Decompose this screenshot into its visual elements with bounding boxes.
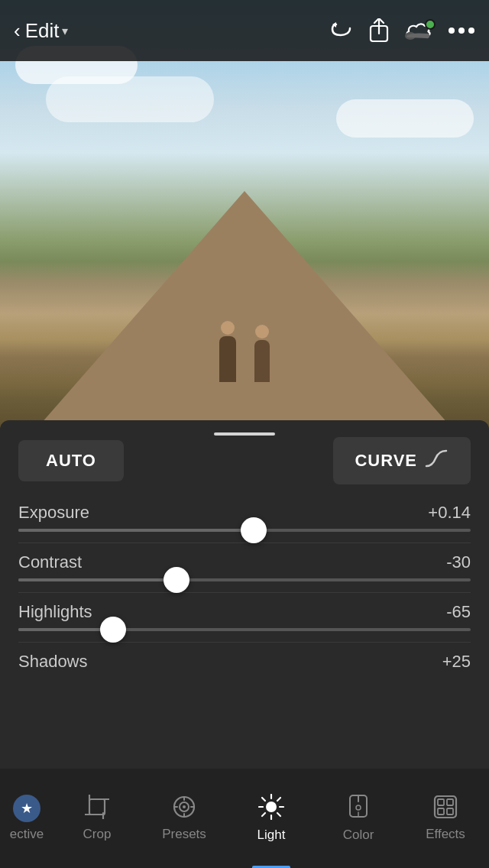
- star-icon: ★: [21, 800, 33, 817]
- exposure-fill: [18, 529, 254, 532]
- presets-label: Presets: [162, 827, 206, 842]
- contrast-fill: [18, 578, 176, 581]
- svg-point-13: [183, 805, 186, 808]
- photo-area: [0, 0, 489, 436]
- photo-background: [0, 0, 489, 436]
- shadows-slider-row: Shadows +25: [18, 644, 471, 672]
- selective-icon-wrapper: ★: [13, 795, 40, 822]
- presets-icon: [172, 795, 196, 822]
- effects-icon: [433, 795, 458, 822]
- back-button[interactable]: ‹: [14, 21, 21, 40]
- svg-rect-35: [447, 808, 453, 815]
- contrast-value: -30: [446, 552, 471, 572]
- top-bar-left: ‹ Edit ▾: [14, 19, 68, 43]
- svg-rect-33: [447, 799, 453, 805]
- cloud-decoration-2: [46, 76, 214, 122]
- light-icon: [258, 794, 284, 823]
- effects-label: Effects: [426, 827, 465, 842]
- shadows-label: Shadows: [18, 652, 88, 672]
- chevron-down-icon[interactable]: ▾: [62, 24, 68, 38]
- divider-3: [18, 642, 471, 643]
- svg-rect-34: [438, 808, 444, 815]
- color-label: Color: [343, 828, 374, 843]
- people-silhouettes: [219, 336, 270, 382]
- light-label: Light: [257, 828, 286, 843]
- edit-label: Edit: [25, 19, 60, 43]
- svg-rect-6: [89, 799, 105, 815]
- highlights-track[interactable]: [18, 628, 471, 631]
- svg-line-24: [277, 813, 280, 816]
- crop-label: Crop: [83, 827, 112, 842]
- svg-point-5: [468, 28, 474, 34]
- highlights-slider-row: Highlights -65: [18, 594, 471, 642]
- svg-point-18: [266, 802, 277, 812]
- bottom-nav: ★ ective Crop: [0, 769, 489, 868]
- exposure-slider-row: Exposure +0.14: [18, 495, 471, 542]
- contrast-label: Contrast: [18, 552, 82, 572]
- cloud-sync-indicator: [425, 19, 436, 30]
- undo-button[interactable]: [330, 20, 353, 41]
- exposure-track[interactable]: [18, 529, 471, 532]
- exposure-value: +0.14: [428, 503, 471, 523]
- svg-line-25: [277, 798, 280, 801]
- more-options-button[interactable]: [448, 27, 475, 34]
- sliders-area: Exposure +0.14 Contrast -30 Highli: [0, 495, 489, 672]
- nav-item-crop[interactable]: Crop: [53, 769, 141, 868]
- svg-point-3: [449, 28, 455, 34]
- contrast-thumb[interactable]: [164, 567, 189, 593]
- curve-button[interactable]: CURVE: [333, 437, 471, 484]
- edit-title: Edit ▾: [25, 19, 69, 43]
- exposure-thumb[interactable]: [241, 517, 267, 543]
- nav-item-selective[interactable]: ★ ective: [0, 769, 53, 868]
- nav-item-color[interactable]: Color: [315, 769, 402, 868]
- mountain-shape: [31, 191, 458, 436]
- shadows-value: +25: [442, 652, 471, 672]
- top-bar: ‹ Edit ▾: [0, 0, 489, 61]
- auto-button[interactable]: AUTO: [18, 440, 124, 481]
- top-bar-right: [330, 18, 475, 43]
- svg-point-4: [458, 28, 465, 34]
- svg-rect-32: [438, 799, 444, 805]
- curve-icon: [425, 448, 449, 474]
- highlights-label: Highlights: [18, 602, 92, 622]
- highlights-fill: [18, 628, 113, 631]
- nav-item-effects[interactable]: Effects: [402, 769, 489, 868]
- panel-buttons-row: AUTO CURVE: [0, 420, 489, 495]
- highlights-value: -65: [446, 602, 471, 622]
- nav-item-presets[interactable]: Presets: [141, 769, 228, 868]
- curve-label: CURVE: [355, 451, 417, 471]
- svg-point-30: [356, 805, 361, 810]
- color-icon: [347, 794, 370, 823]
- exposure-label: Exposure: [18, 503, 89, 523]
- highlights-thumb[interactable]: [100, 617, 126, 643]
- contrast-track[interactable]: [18, 578, 471, 581]
- divider-2: [18, 592, 471, 593]
- cloud-sync-button[interactable]: [405, 21, 432, 40]
- share-button[interactable]: [368, 18, 390, 43]
- crop-icon: [85, 795, 109, 822]
- selective-label: ective: [10, 827, 44, 842]
- divider-1: [18, 542, 471, 543]
- selective-badge: ★: [13, 795, 40, 822]
- nav-item-light[interactable]: Light: [228, 769, 315, 868]
- cloud-decoration-3: [336, 99, 474, 138]
- contrast-slider-row: Contrast -30: [18, 545, 471, 592]
- panel-drag-handle[interactable]: [214, 432, 275, 436]
- svg-line-23: [262, 798, 265, 801]
- svg-line-26: [262, 813, 265, 816]
